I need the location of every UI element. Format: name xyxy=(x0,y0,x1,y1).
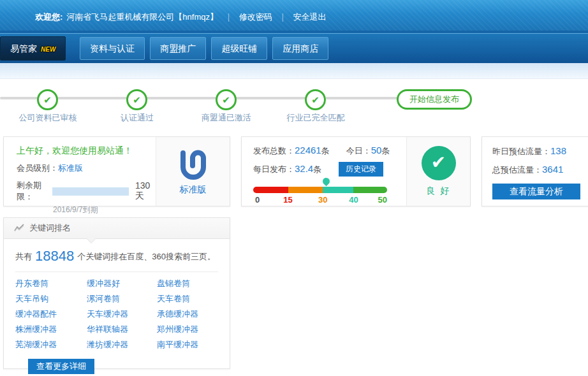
gauge-segment-teal xyxy=(323,187,353,193)
publish-gauge: 0 15 30 40 50 xyxy=(253,187,387,205)
keyword-link[interactable]: 南平缓冲器 xyxy=(157,339,218,351)
start-publishing-button[interactable]: 开始信息发布 xyxy=(397,89,472,110)
today-label: 今日： xyxy=(346,146,371,155)
gauge-ticks: 0 15 30 40 50 xyxy=(253,195,387,205)
tab-label: 资料与认证 xyxy=(90,43,135,54)
step-check-icon: ✔ xyxy=(216,89,237,110)
tab-label: 应用商店 xyxy=(283,43,318,54)
onboarding-steps: ✔ ✔ ✔ ✔ 公司资料已审核 认证通过 商盟通已激活 行业已完全匹配 开始信息… xyxy=(0,79,588,136)
tab-app-store[interactable]: 应用商店 xyxy=(272,37,328,60)
tab-label: 超级旺铺 xyxy=(221,43,257,54)
status-label: 良 好 xyxy=(427,185,451,197)
member-level-value[interactable]: 标准版 xyxy=(58,163,83,173)
separator: ｜ xyxy=(224,12,233,22)
plan-name-label: 标准版 xyxy=(180,184,207,196)
step-check-icon: ✔ xyxy=(37,89,58,110)
summary-prefix: 共有 xyxy=(15,252,32,261)
tab-super-shop[interactable]: 超级旺铺 xyxy=(211,37,267,60)
publish-total-value: 22461 xyxy=(295,145,321,155)
tab-yiguanjia[interactable]: 易管家NEW xyxy=(0,36,66,61)
remaining-term-meter xyxy=(52,187,129,196)
keyword-count: 18848 xyxy=(35,248,74,264)
keyword-card-header: 关键词排名 xyxy=(4,218,230,239)
gauge-marker-pin xyxy=(321,177,332,187)
gauge-tick: 50 xyxy=(378,195,387,205)
gauge-segment-green xyxy=(353,187,387,193)
gauge-tick: 40 xyxy=(349,195,358,205)
keyword-link[interactable]: 郑州缓冲器 xyxy=(157,324,218,335)
welcome-label: 欢迎您: xyxy=(35,12,62,22)
unit: 条 xyxy=(381,146,390,155)
gauge-tick: 0 xyxy=(255,195,260,205)
separator: ｜ xyxy=(279,12,287,22)
daily-publish-value: 32.4 xyxy=(295,163,313,174)
tab-alliance-promotion[interactable]: 商盟推广 xyxy=(150,37,206,60)
gauge-tick: 30 xyxy=(318,195,327,205)
keyword-link[interactable]: 潍坊缓冲器 xyxy=(87,339,157,351)
keyword-link[interactable]: 株洲缓冲器 xyxy=(15,324,87,335)
tab-label: 易管家 xyxy=(10,43,37,54)
history-button[interactable]: 历史记录 xyxy=(339,162,383,177)
keyword-link[interactable]: 芜湖缓冲器 xyxy=(15,339,87,351)
keyword-summary: 共有18848个关键词排在百度、360搜索前三页。 xyxy=(15,248,218,264)
keyword-link[interactable]: 天车缓冲器 xyxy=(87,308,157,320)
member-level-label: 会员级别： xyxy=(17,163,58,173)
header-notch xyxy=(87,239,96,248)
dashboard-cards: 上午好，欢迎您使用易站通！ 会员级别：标准版 剩余期限： 130天 2016/9… xyxy=(0,136,588,373)
keyword-link[interactable]: 丹东卷筒 xyxy=(15,278,87,289)
check-icon: ✔ xyxy=(133,94,141,105)
keyword-ranking-card: 关键词排名 共有18848个关键词排在百度、360搜索前三页。 丹东卷筒 缓冲器… xyxy=(3,217,230,369)
tab-label: 商盟推广 xyxy=(160,43,196,54)
top-bar: 欢迎您:河南省飞马起重机械有限公司【hnfmqz】｜修改密码｜安全退出 xyxy=(0,0,588,33)
steps-connector-line xyxy=(0,97,399,99)
gauge-segment-red xyxy=(253,187,288,193)
check-icon: ✔ xyxy=(43,94,52,105)
traffic-card: 昨日预估流量：138 总预估流量：3641 查看流量分析 xyxy=(481,136,588,206)
view-more-details-button[interactable]: 查看更多详细 xyxy=(28,359,94,374)
main-nav: 易管家NEW 资料与认证 商盟推广 超级旺铺 应用商店 xyxy=(0,33,588,63)
traffic-analysis-button[interactable]: 查看流量分析 xyxy=(492,184,580,199)
expire-date-note: 2016/9/7到期 xyxy=(53,205,156,215)
gauge-segment-orange xyxy=(288,187,323,193)
publish-total-label: 发布总数： xyxy=(253,146,295,155)
divider xyxy=(15,271,218,272)
step-label-industry-matched: 行业已完全匹配 xyxy=(265,112,367,124)
step-label-certified: 认证通过 xyxy=(86,112,188,124)
publish-stats-card: 发布总数：22461条 今日：50条 每日发布：32.4条 历史记录 xyxy=(241,136,471,206)
tab-profile-certification[interactable]: 资料与认证 xyxy=(80,37,145,60)
summary-suffix: 个关键词排在百度、360搜索前三页。 xyxy=(77,252,216,261)
daily-publish-label: 每日发布： xyxy=(253,164,295,174)
check-icon: ✔ xyxy=(222,94,230,105)
new-badge: NEW xyxy=(41,38,55,61)
keyword-link[interactable]: 缓冲器好 xyxy=(87,278,157,289)
keyword-link[interactable]: 盘锦卷筒 xyxy=(157,278,218,289)
gauge-bar xyxy=(253,187,387,193)
check-icon: ✔ xyxy=(311,94,320,105)
welcome-card: 上午好，欢迎您使用易站通！ 会员级别：标准版 剩余期限： 130天 2016/9… xyxy=(3,136,230,206)
gauge-tick: 15 xyxy=(283,195,292,205)
total-traffic-value: 3641 xyxy=(542,164,563,175)
yizhantong-logo-icon xyxy=(177,148,210,181)
unit: 条 xyxy=(313,164,321,174)
step-check-icon: ✔ xyxy=(126,89,147,110)
line-chart-icon xyxy=(14,224,25,232)
keyword-link[interactable]: 天车吊钩 xyxy=(15,293,87,305)
keyword-link[interactable]: 缓冲器配件 xyxy=(15,308,87,320)
yesterday-traffic-value: 138 xyxy=(550,145,566,156)
keyword-list: 丹东卷筒 缓冲器好 盘锦卷筒 天车吊钩 漯河卷筒 天车卷筒 缓冲器配件 天车缓冲… xyxy=(15,278,218,351)
keyword-link[interactable]: 漯河卷筒 xyxy=(87,293,157,305)
step-label-company-reviewed: 公司资料已审核 xyxy=(0,112,99,124)
keyword-link[interactable]: 华祥联轴器 xyxy=(87,324,157,335)
status-check-icon: ✔ xyxy=(422,146,456,180)
change-password-link[interactable]: 修改密码 xyxy=(239,12,272,22)
logout-link[interactable]: 安全退出 xyxy=(293,12,326,22)
company-name: 河南省飞马起重机械有限公司【hnfmqz】 xyxy=(66,12,218,22)
keyword-link[interactable]: 天车卷筒 xyxy=(157,293,218,305)
keyword-link[interactable]: 承德缓冲器 xyxy=(157,308,218,320)
keyword-card-title: 关键词排名 xyxy=(29,223,71,233)
greeting-text: 上午好，欢迎您使用易站通！ xyxy=(17,145,156,157)
remaining-term-label: 剩余期限： xyxy=(17,180,52,203)
step-check-icon: ✔ xyxy=(305,89,326,110)
remaining-days: 130天 xyxy=(135,180,156,202)
yesterday-traffic-label: 昨日预估流量： xyxy=(492,147,550,156)
